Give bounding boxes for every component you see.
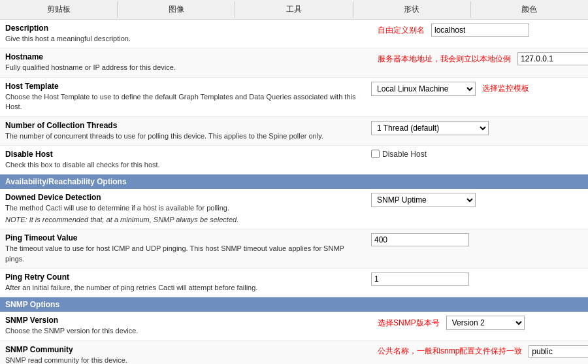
hostname-input[interactable] [517,52,588,65]
snmp-version-row: SNMP Version Choose the SNMP version for… [0,312,588,340]
hostname-row: Hostname Fully qualified hostname or IP … [0,48,588,77]
description-input[interactable] [431,24,529,37]
disable-host-desc: Check this box to disable all checks for… [5,160,365,170]
snmp-version-select[interactable]: Version 1 Version 2 Version 3 [446,316,525,330]
ping-retry-row: Ping Retry Count After an initial failur… [0,269,588,297]
ping-retry-input[interactable] [371,273,469,286]
collection-threads-row: Number of Collection Threads The number … [0,117,588,146]
downed-device-label-col: Downed Device Detection The method Cacti… [5,193,371,225]
downed-device-row: Downed Device Detection The method Cacti… [0,189,588,229]
description-value-col: 自由定义别名 [371,24,583,37]
host-template-label-col: Host Template Choose the Host Template t… [5,82,371,112]
ping-timeout-row: Ping Timeout Value The timeout value to … [0,229,588,269]
downed-device-select[interactable]: SNMP Uptime ICMP TCP SNMP Desc None [371,193,476,207]
toolbar: 剪贴板 图像 工具 形状 颜色 [0,0,588,20]
snmp-community-row: SNMP Community SNMP read community for t… [0,341,588,364]
hostname-value-col: 服务器本地地址，我会则立以本地位例 [371,52,588,65]
disable-host-value-col: Disable Host [371,150,583,159]
description-label-col: Description Give this host a meaningful … [5,24,371,44]
downed-device-title: Downed Device Detection [5,193,365,202]
snmp-section-header: SNMP Options [0,297,588,312]
ping-timeout-label-col: Ping Timeout Value The timeout value to … [5,233,371,264]
collection-threads-select[interactable]: 1 Thread (default) 2 Threads 4 Threads 8… [371,121,489,135]
host-template-title: Host Template [5,82,365,91]
snmp-community-title: SNMP Community [5,345,365,354]
ping-timeout-input[interactable] [371,233,469,246]
host-template-value-col: Local Linux Machine Local Linux Machine … [371,82,583,96]
form-content: Description Give this host a meaningful … [0,20,588,364]
snmp-community-annotation: 公共名称，一般和snmp配置文件保持一致 [378,346,522,357]
collection-threads-value-col: 1 Thread (default) 2 Threads 4 Threads 8… [371,121,583,135]
collection-threads-label-col: Number of Collection Threads The number … [5,121,371,141]
ping-retry-value-col [371,273,583,286]
snmp-version-title: SNMP Version [5,316,365,325]
ping-timeout-title: Ping Timeout Value [5,233,365,242]
snmp-version-annotation: 选择SNMP版本号 [378,318,440,329]
hostname-title: Hostname [5,52,365,61]
ping-retry-label-col: Ping Retry Count After an initial failur… [5,273,371,293]
snmp-version-label-col: SNMP Version Choose the SNMP version for… [5,316,371,336]
hostname-desc: Fully qualified hostname or IP address f… [5,63,365,73]
toolbar-shapes: 形状 [353,1,471,18]
description-title: Description [5,24,365,33]
host-template-select[interactable]: Local Linux Machine Local Linux Machine … [371,82,476,96]
host-template-row: Host Template Choose the Host Template t… [0,78,588,117]
description-annotation: 自由定义别名 [378,25,425,36]
host-template-annotation: 选择监控模板 [482,83,529,94]
ping-retry-desc: After an initial failure, the number of … [5,283,365,293]
collection-threads-title: Number of Collection Threads [5,121,365,130]
toolbar-clipboard: 剪贴板 [0,1,118,18]
downed-device-note: NOTE: It is recommended that, at a minim… [5,215,365,225]
downed-device-value-col: SNMP Uptime ICMP TCP SNMP Desc None [371,193,583,207]
disable-host-title: Disable Host [5,150,365,159]
toolbar-colors: 颜色 [471,1,588,18]
hostname-label-col: Hostname Fully qualified hostname or IP … [5,52,371,73]
disable-host-checkbox-label: Disable Host [382,150,427,159]
snmp-community-desc: SNMP read community for this device. [5,356,365,364]
description-desc: Give this host a meaningful description. [5,34,365,44]
snmp-version-desc: Choose the SNMP version for this device. [5,326,365,336]
ping-timeout-desc: The timeout value to use for host ICMP a… [5,244,365,264]
host-template-desc: Choose the Host Template to use to defin… [5,92,365,112]
snmp-community-label-col: SNMP Community SNMP read community for t… [5,345,371,364]
snmp-community-value-col: 公共名称，一般和snmp配置文件保持一致 [371,345,588,358]
hostname-annotation: 服务器本地地址，我会则立以本地位例 [378,54,511,65]
toolbar-tools: 工具 [235,1,353,18]
downed-device-desc: The method Cacti will use to determine i… [5,203,365,213]
snmp-community-input[interactable] [529,345,588,358]
disable-host-row: Disable Host Check this box to disable a… [0,146,588,174]
description-row: Description Give this host a meaningful … [0,20,588,48]
ping-retry-title: Ping Retry Count [5,273,365,282]
toolbar-image: 图像 [118,1,235,18]
availability-section-header: Availability/Reachability Options [0,174,588,189]
disable-host-checkbox[interactable] [371,150,380,158]
disable-host-label-col: Disable Host Check this box to disable a… [5,150,371,170]
ping-timeout-value-col [371,233,583,246]
snmp-version-value-col: 选择SNMP版本号 Version 1 Version 2 Version 3 [371,316,583,330]
collection-threads-desc: The number of concurrent threads to use … [5,131,365,141]
